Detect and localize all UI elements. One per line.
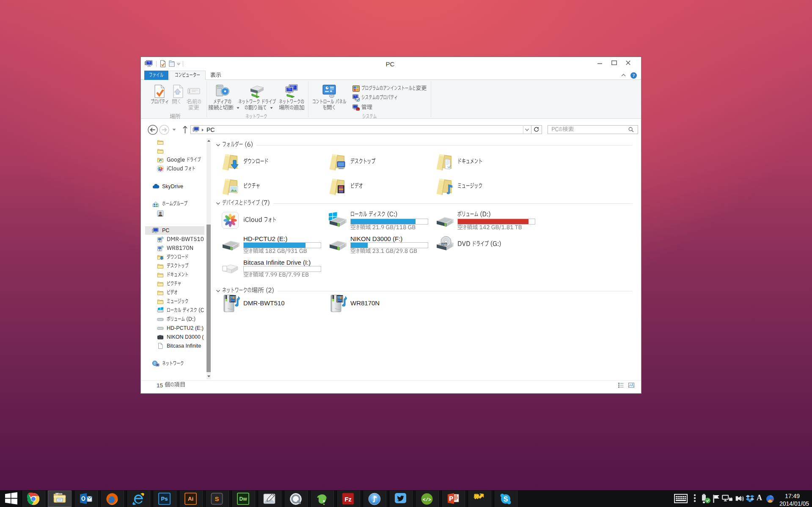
svg-text:</>: </> (423, 497, 431, 502)
svg-text:Ai: Ai (188, 496, 193, 502)
svg-text:S: S (215, 495, 219, 502)
svg-text:Dw: Dw (239, 496, 248, 502)
svg-text:Ps: Ps (161, 496, 168, 502)
svg-text:DVD: DVD (442, 243, 447, 246)
svg-text:S: S (504, 496, 508, 503)
svg-text:Fz: Fz (344, 496, 352, 503)
svg-text:?: ? (633, 73, 635, 78)
